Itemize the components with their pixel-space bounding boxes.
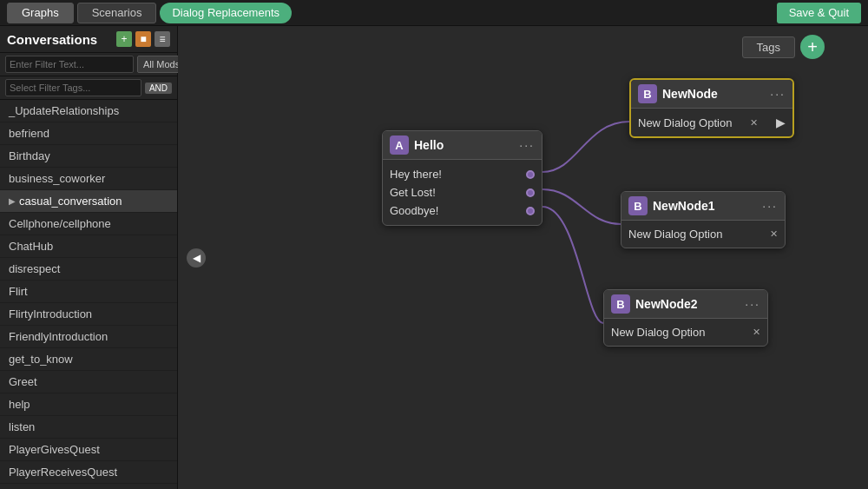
newnode1-option: New Dialog Option ✕ [628, 228, 778, 241]
sidebar-item-13[interactable]: help [0, 393, 177, 416]
node-newnode2-title: NewNode2 [635, 297, 740, 311]
scroll-arrow[interactable]: ◀ [187, 248, 206, 268]
sidebar-item-label-2: Birthday [9, 149, 50, 162]
node-newnode2[interactable]: B NewNode2 ··· New Dialog Option ✕ [603, 289, 768, 347]
sidebar-item-1[interactable]: befriend [0, 122, 177, 145]
tags-filter-input[interactable] [5, 79, 141, 96]
sidebar-item-label-14: listen [9, 420, 35, 433]
newnode1-option-label: New Dialog Option [628, 228, 722, 241]
canvas-area[interactable]: Tags + ◀ A Hello ··· Hey there! [178, 26, 868, 489]
sidebar-item-label-0: _UpdateRelationships [9, 104, 119, 117]
connector-dot-hey[interactable] [526, 170, 535, 179]
sidebar-title: Conversations [7, 32, 113, 47]
sidebar-item-label-4: casual_conversation [19, 195, 122, 208]
sidebar: Conversations + ■ ≡ All Mods AND _Update… [0, 26, 178, 489]
sidebar-item-label-10: FriendlyIntroduction [9, 330, 108, 343]
node-newnode-menu[interactable]: ··· [770, 87, 786, 101]
node-hello[interactable]: A Hello ··· Hey there! Get Lost! Goodbye… [382, 130, 542, 226]
and-badge: AND [145, 83, 172, 94]
sidebar-item-16[interactable]: PlayerReceivesQuest [0, 461, 177, 484]
sidebar-item-0[interactable]: _UpdateRelationships [0, 100, 177, 122]
dialog-option-goodbye-label: Goodbye! [390, 204, 438, 217]
sidebar-item-label-9: FlirtyIntroduction [9, 307, 92, 320]
node-hello-header: A Hello ··· [383, 131, 542, 160]
dialog-option-getlost-label: Get Lost! [390, 186, 436, 199]
sidebar-item-label-15: PlayerGivesQuest [9, 443, 100, 456]
node-b-letter-0: B [638, 84, 657, 103]
sidebar-item-label-13: help [9, 398, 30, 411]
node-newnode1-header: B NewNode1 ··· [621, 192, 785, 221]
sidebar-list: _UpdateRelationshipsbefriendBirthdaybusi… [0, 100, 177, 489]
node-newnode2-menu[interactable]: ··· [745, 297, 760, 311]
save-quit-button[interactable]: Save & Quit [777, 3, 861, 23]
newnode2-option: New Dialog Option ✕ [611, 326, 760, 339]
sidebar-item-label-1: befriend [9, 127, 49, 140]
connector-dot-getlost[interactable] [526, 188, 535, 197]
sidebar-item-7[interactable]: disrespect [0, 258, 177, 281]
connector-dot-goodbye[interactable] [526, 207, 535, 215]
sidebar-edit-button[interactable]: ■ [135, 31, 151, 47]
sidebar-add-button[interactable]: + [116, 31, 132, 47]
node-hello-title: Hello [414, 138, 514, 152]
node-newnode1-menu[interactable]: ··· [762, 199, 778, 213]
dialog-option-hey-label: Hey there! [390, 168, 442, 181]
sidebar-item-label-5: Cellphone/cellphone [9, 217, 111, 230]
node-newnode1-body: New Dialog Option ✕ [621, 221, 785, 248]
node-newnode2-body: New Dialog Option ✕ [604, 319, 767, 346]
sidebar-filter-row: All Mods [0, 53, 177, 76]
sidebar-header: Conversations + ■ ≡ [0, 26, 177, 53]
node-hello-menu[interactable]: ··· [519, 138, 535, 152]
sidebar-item-5[interactable]: Cellphone/cellphone [0, 213, 177, 235]
dialog-replacements-button[interactable]: Dialog Replacements [160, 3, 292, 23]
add-node-button[interactable]: + [800, 35, 825, 59]
dialog-option-goodbye: Goodbye! [390, 202, 535, 220]
sidebar-item-10[interactable]: FriendlyIntroduction [0, 326, 177, 348]
newnode2-option-remove[interactable]: ✕ [753, 327, 760, 338]
node-a-letter: A [390, 135, 409, 155]
sidebar-item-11[interactable]: get_to_know [0, 348, 177, 371]
sidebar-item-14[interactable]: listen [0, 416, 177, 439]
filter-input[interactable] [5, 56, 134, 73]
sidebar-item-label-12: Greet [9, 375, 37, 388]
sidebar-item-label-3: business_coworker [9, 172, 105, 185]
sidebar-item-8[interactable]: Flirt [0, 281, 177, 303]
dialog-option-hey: Hey there! [390, 165, 535, 183]
dialog-option-getlost: Get Lost! [390, 183, 535, 202]
node-b-letter-1: B [628, 196, 648, 215]
node-newnode-body: New Dialog Option ✕ ▶ [631, 109, 792, 136]
sidebar-item-label-11: get_to_know [9, 353, 73, 366]
sidebar-item-label-8: Flirt [9, 285, 28, 298]
cursor-icon-0: ▶ [776, 116, 786, 129]
sidebar-item-6[interactable]: ChatHub [0, 235, 177, 258]
sidebar-item-15[interactable]: PlayerGivesQuest [0, 439, 177, 461]
node-newnode[interactable]: B NewNode ··· New Dialog Option ✕ ▶ [629, 78, 794, 138]
newnode1-option-remove[interactable]: ✕ [770, 228, 778, 240]
main-layout: Conversations + ■ ≡ All Mods AND _Update… [0, 26, 868, 489]
tab-graphs[interactable]: Graphs [7, 3, 74, 23]
sidebar-item-4[interactable]: ▶casual_conversation [0, 190, 177, 213]
sidebar-tags-row: AND [0, 76, 177, 100]
tags-button[interactable]: Tags [742, 36, 795, 58]
node-newnode-title: NewNode [662, 87, 765, 101]
sidebar-item-9[interactable]: FlirtyIntroduction [0, 303, 177, 326]
newnode2-option-label: New Dialog Option [611, 326, 705, 339]
node-newnode1[interactable]: B NewNode1 ··· New Dialog Option ✕ [621, 191, 786, 248]
node-newnode-header: B NewNode ··· [631, 80, 792, 109]
newnode-option: New Dialog Option ✕ ▶ [638, 116, 786, 129]
tags-area: Tags + [742, 35, 825, 59]
node-newnode2-header: B NewNode2 ··· [604, 290, 767, 319]
sidebar-item-label-7: disrespect [9, 262, 60, 275]
sidebar-item-3[interactable]: business_coworker [0, 168, 177, 190]
newnode-option-label: New Dialog Option [638, 116, 732, 129]
tab-scenarios[interactable]: Scenarios [77, 3, 157, 23]
sidebar-menu-button[interactable]: ≡ [155, 31, 170, 47]
node-hello-body: Hey there! Get Lost! Goodbye! [383, 160, 542, 225]
sidebar-item-12[interactable]: Greet [0, 371, 177, 393]
node-b-letter-2: B [611, 294, 630, 314]
node-newnode1-title: NewNode1 [653, 199, 757, 213]
newnode-option-remove[interactable]: ✕ [750, 117, 758, 129]
sidebar-item-label-6: ChatHub [9, 240, 53, 253]
sidebar-item-label-16: PlayerReceivesQuest [9, 466, 117, 479]
sidebar-item-2[interactable]: Birthday [0, 145, 177, 168]
top-bar: Graphs Scenarios Dialog Replacements Sav… [0, 0, 868, 26]
